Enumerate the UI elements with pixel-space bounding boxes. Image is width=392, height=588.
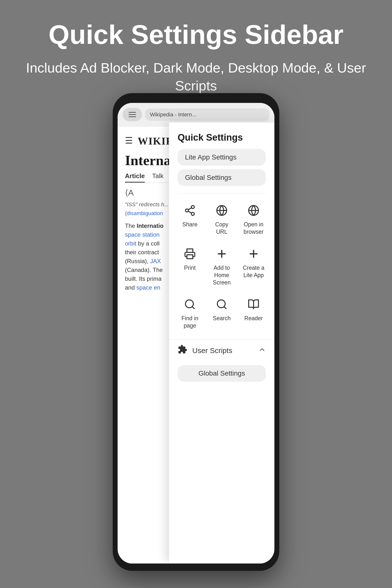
reader-item[interactable]: Reader bbox=[239, 294, 268, 334]
tab-talk[interactable]: Talk bbox=[152, 172, 164, 182]
share-label: Share bbox=[182, 221, 197, 228]
main-title: Quick Settings Sidebar bbox=[24, 20, 368, 49]
create-lite-app-item[interactable]: Create a Lite App bbox=[239, 243, 268, 291]
create-lite-app-icon bbox=[248, 248, 260, 262]
reader-icon bbox=[248, 298, 260, 312]
phone-screen: Wikipedia - Intern... ☰ WIKIPEDIA Intern… bbox=[118, 103, 274, 564]
lite-app-settings-button[interactable]: Lite App Settings bbox=[178, 149, 266, 166]
svg-rect-9 bbox=[187, 255, 193, 259]
find-in-page-item[interactable]: Find in page bbox=[175, 294, 204, 334]
global-settings-bottom: Global Settings bbox=[169, 362, 274, 392]
global-settings-button-bottom[interactable]: Global Settings bbox=[178, 365, 266, 382]
copy-url-label: Copy URL bbox=[210, 221, 234, 236]
quick-settings-panel: Quick Settings Lite App Settings Global … bbox=[169, 122, 274, 564]
svg-line-3 bbox=[188, 211, 192, 213]
share-item[interactable]: Share bbox=[175, 200, 204, 240]
puzzle-icon bbox=[178, 344, 188, 356]
user-scripts-label: User Scripts bbox=[192, 346, 254, 355]
url-bar[interactable]: Wikipedia - Intern... bbox=[145, 108, 270, 121]
svg-line-15 bbox=[192, 307, 194, 309]
user-scripts-row[interactable]: User Scripts bbox=[169, 339, 274, 362]
share-icon bbox=[184, 204, 196, 218]
chevron-up-icon bbox=[258, 346, 266, 355]
copy-url-icon bbox=[216, 204, 228, 218]
print-item[interactable]: Print bbox=[175, 243, 204, 291]
search-icon bbox=[216, 298, 228, 312]
wiki-menu-icon[interactable]: ☰ bbox=[125, 136, 133, 146]
open-in-browser-item[interactable]: Open in browser bbox=[239, 200, 268, 240]
print-icon bbox=[184, 248, 196, 262]
find-in-page-icon bbox=[184, 298, 196, 312]
add-home-screen-label: Add to Home Screen bbox=[210, 264, 234, 286]
open-in-browser-icon bbox=[248, 204, 260, 218]
copy-url-item[interactable]: Copy URL bbox=[207, 200, 236, 240]
browser-content: Wikipedia - Intern... ☰ WIKIPEDIA Intern… bbox=[118, 103, 274, 564]
global-settings-button-top[interactable]: Global Settings bbox=[178, 169, 266, 186]
svg-line-17 bbox=[224, 307, 226, 309]
panel-top-buttons: Lite App Settings Global Settings bbox=[169, 149, 274, 192]
open-in-browser-label: Open in browser bbox=[241, 221, 266, 236]
tab-article[interactable]: Article bbox=[125, 172, 145, 182]
create-lite-app-label: Create a Lite App bbox=[241, 264, 266, 279]
phone-mockup: Wikipedia - Intern... ☰ WIKIPEDIA Intern… bbox=[113, 93, 279, 571]
svg-line-4 bbox=[188, 208, 192, 210]
add-home-screen-item[interactable]: Add to Home Screen bbox=[207, 243, 236, 291]
subtitle: Includes Ad Blocker, Dark Mode, Desktop … bbox=[24, 59, 368, 95]
search-item[interactable]: Search bbox=[207, 294, 236, 334]
search-label: Search bbox=[213, 315, 231, 322]
add-home-screen-icon bbox=[216, 248, 228, 262]
phone-frame: Wikipedia - Intern... ☰ WIKIPEDIA Intern… bbox=[113, 93, 279, 571]
reader-label: Reader bbox=[244, 315, 263, 322]
menu-button[interactable] bbox=[122, 108, 142, 121]
print-label: Print bbox=[184, 264, 196, 272]
panel-title: Quick Settings bbox=[169, 122, 274, 149]
icon-grid: Share Copy URL bbox=[169, 195, 274, 339]
divider-1 bbox=[178, 193, 266, 194]
find-in-page-label: Find in page bbox=[178, 315, 202, 330]
